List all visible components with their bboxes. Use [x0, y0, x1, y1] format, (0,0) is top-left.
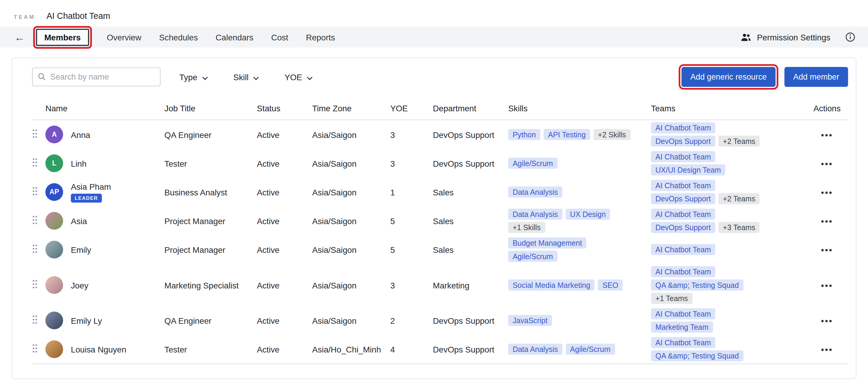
skill-chip-list: Budget ManagementAgile/Scrum	[508, 237, 651, 262]
tab-overview[interactable]: Overview	[107, 30, 142, 44]
skill-chip: Agile/Scrum	[508, 158, 557, 169]
team-label: TEAM	[14, 14, 35, 20]
add-member-button[interactable]: Add member	[784, 67, 848, 87]
tab-bar: ← MembersOverviewSchedulesCalendarsCostR…	[0, 27, 868, 47]
team-chip-list: AI Chatbot TeamUX/UI Design Team	[651, 151, 805, 175]
skill-chip: Data Analysis	[508, 344, 562, 355]
team-chip-list: AI Chatbot TeamDevOps Support+3 Teams	[651, 208, 805, 233]
teams-cell: AI Chatbot Team	[651, 244, 805, 255]
job-title-cell: Tester	[164, 345, 257, 354]
yoe-cell: 2	[390, 316, 433, 325]
skill-chip: Agile/Scrum	[508, 251, 557, 262]
drag-handle-icon[interactable]	[32, 344, 37, 353]
filter-label: Skill	[234, 72, 249, 82]
teams-more-chip: +2 Teams	[718, 135, 760, 147]
tabbar-right: Permission Settings	[741, 31, 857, 43]
tab-members[interactable]: Members	[36, 28, 89, 45]
drag-handle-icon[interactable]	[32, 280, 37, 289]
drag-handle-icon[interactable]	[32, 244, 37, 254]
teams-cell: AI Chatbot TeamQA &amp; Testing Squad	[651, 337, 805, 361]
tab-schedules[interactable]: Schedules	[159, 30, 198, 44]
tab-cost[interactable]: Cost	[271, 30, 288, 44]
row-actions-button[interactable]: •••	[821, 281, 833, 289]
team-chip-list: AI Chatbot TeamQA &amp; Testing Squad	[651, 337, 805, 361]
drag-handle-icon[interactable]	[32, 215, 37, 224]
tab-calendars[interactable]: Calendars	[216, 30, 253, 44]
department-cell: DevOps Support	[433, 345, 508, 354]
row-actions-button[interactable]: •••	[821, 159, 833, 168]
row-actions-button[interactable]: •••	[821, 246, 833, 254]
teams-more-chip: +2 Teams	[718, 193, 760, 204]
filter-yoe-dropdown[interactable]: YOE	[285, 72, 313, 82]
column-header-yoe: YOE	[390, 103, 433, 113]
app-root: TEAM AI Chatbot Team ← MembersOverviewSc…	[0, 0, 868, 389]
chevron-down-icon	[307, 72, 312, 82]
timezone-cell: Asia/Saigon	[312, 216, 390, 225]
search-input[interactable]	[32, 68, 160, 87]
name-cell: AAnna	[45, 126, 165, 143]
add-generic-resource-button[interactable]: Add generic resource	[682, 67, 776, 87]
team-chip: AI Chatbot Team	[651, 308, 715, 319]
skill-chip: UX Design	[566, 208, 610, 220]
member-name: Asia Pham	[71, 182, 111, 191]
name-cell: LLinh	[45, 154, 165, 172]
member-name: Linh	[71, 159, 87, 168]
column-header-actions: Actions	[805, 103, 849, 113]
skills-cell: Agile/Scrum	[508, 158, 651, 169]
status-cell: Active	[257, 130, 312, 139]
team-chip: AI Chatbot Team	[651, 180, 715, 191]
tab-list: MembersOverviewSchedulesCalendarsCostRep…	[36, 28, 335, 45]
info-icon[interactable]	[845, 31, 856, 42]
table-row: Emily LyQA EngineerActiveAsia/Saigon2Dev…	[32, 306, 848, 335]
job-title-cell: QA Engineer	[164, 316, 257, 325]
job-title-cell: Project Manager	[164, 216, 257, 225]
drag-handle-icon[interactable]	[32, 187, 37, 196]
permission-settings-button[interactable]: Permission Settings	[741, 31, 831, 43]
avatar	[45, 312, 63, 329]
teams-cell: AI Chatbot TeamDevOps Support+2 Teams	[651, 122, 805, 147]
back-button[interactable]: ←	[14, 32, 25, 42]
status-cell: Active	[257, 316, 312, 325]
row-actions-button[interactable]: •••	[821, 217, 833, 225]
timezone-cell: Asia/Saigon	[312, 159, 390, 168]
drag-handle-icon[interactable]	[32, 158, 37, 167]
drag-handle-icon[interactable]	[32, 129, 37, 138]
skills-cell: Data AnalysisUX Design+1 Skills	[508, 208, 651, 233]
table-header: NameJob TitleStatusTime ZoneYOEDepartmen…	[32, 103, 848, 120]
yoe-cell: 1	[390, 187, 433, 197]
skill-chip: Agile/Scrum	[566, 344, 615, 355]
search-box	[32, 68, 160, 87]
row-actions-button[interactable]: •••	[821, 188, 833, 196]
avatar: A	[45, 126, 63, 143]
avatar	[45, 212, 63, 229]
column-header-teams: Teams	[651, 103, 805, 113]
team-chip: AI Chatbot Team	[651, 151, 715, 162]
teams-cell: AI Chatbot TeamUX/UI Design Team	[651, 151, 805, 175]
filter-label: YOE	[285, 72, 302, 82]
teams-cell: AI Chatbot TeamQA &amp; Testing Squad+1 …	[651, 266, 805, 304]
toolbar-actions: Add generic resource Add member	[682, 67, 848, 87]
name-cell: Emily	[45, 241, 165, 259]
filter-label: Type	[179, 72, 197, 82]
column-header-status: Status	[257, 103, 312, 113]
job-title-cell: QA Engineer	[164, 130, 257, 139]
team-chip: QA &amp; Testing Squad	[651, 350, 743, 361]
member-rows: AAnnaQA EngineerActiveAsia/Saigon3DevOps…	[32, 120, 848, 364]
yoe-cell: 3	[390, 130, 433, 139]
row-actions-button[interactable]: •••	[821, 130, 833, 139]
skill-chip: Data Analysis	[508, 187, 562, 197]
column-header-name: Name	[45, 103, 165, 113]
row-actions-button[interactable]: •••	[821, 316, 833, 325]
table-row: AAnnaQA EngineerActiveAsia/Saigon3DevOps…	[32, 120, 848, 149]
row-actions-button[interactable]: •••	[821, 345, 833, 353]
drag-handle-icon[interactable]	[32, 315, 37, 324]
job-title-cell: Business Analyst	[164, 187, 257, 197]
tab-reports[interactable]: Reports	[306, 30, 335, 44]
name-cell: Emily Ly	[45, 312, 165, 329]
avatar	[45, 276, 63, 294]
name-cell: Joey	[45, 276, 165, 294]
filter-skill-dropdown[interactable]: Skill	[234, 72, 259, 82]
filter-type-dropdown[interactable]: Type	[179, 72, 208, 82]
skill-chip-list: Data AnalysisAgile/Scrum	[508, 344, 651, 355]
skills-cell: JavaScript	[508, 315, 651, 326]
